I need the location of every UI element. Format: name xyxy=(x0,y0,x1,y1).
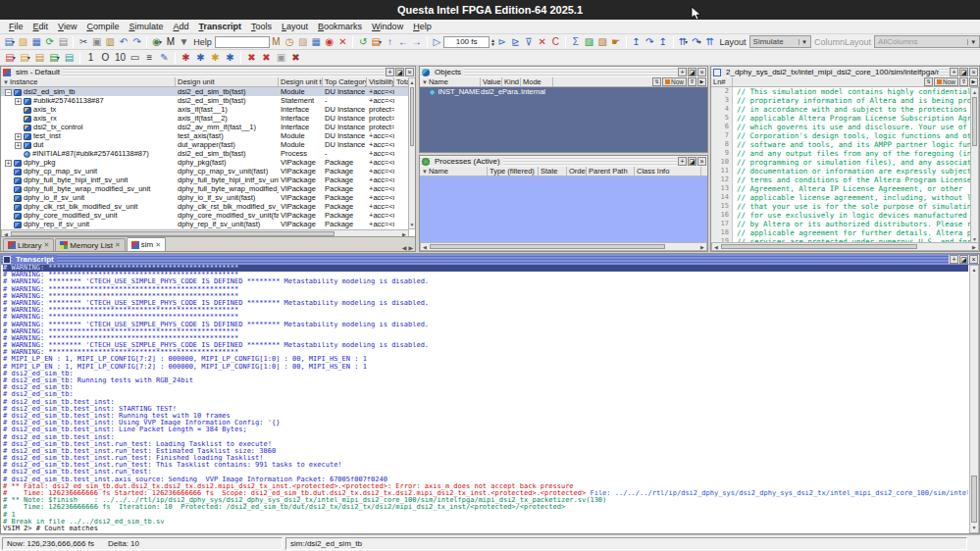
break-icon[interactable]: ✕ xyxy=(536,35,549,49)
column-header-type-filtered-[interactable]: Type (filtered) xyxy=(488,167,539,176)
add-list-icon[interactable]: ▤ xyxy=(32,51,47,65)
filter-icon[interactable]: ⊽ xyxy=(688,77,696,86)
step-out-icon[interactable]: ↥ xyxy=(656,35,670,49)
run-length-icon[interactable]: ▷ xyxy=(431,35,444,49)
sort-icon[interactable]: ▼ xyxy=(422,169,428,175)
kill-all-icon[interactable]: ▣ xyxy=(274,51,288,65)
menu-tools[interactable]: Tools xyxy=(246,21,277,32)
column-header-state[interactable]: State xyxy=(539,167,567,176)
step-down-icon[interactable]: ⇈ xyxy=(703,35,717,49)
kill-stop-icon[interactable]: ✖ xyxy=(288,51,303,65)
coverage-icon[interactable]: ▨ xyxy=(595,35,609,49)
column-header-mode[interactable]: Mode xyxy=(521,77,553,87)
dropdown-arrow-icon[interactable]: ▾ xyxy=(379,35,382,49)
radix-1-icon[interactable]: 1 xyxy=(83,51,98,65)
column-header-design-unit-type[interactable]: Design unit type xyxy=(279,77,323,87)
table-row[interactable]: −dsi2_ed_sim_tbdsi2_ed_sim_tb(fast)Modul… xyxy=(1,87,415,96)
radix-0-icon[interactable]: O xyxy=(98,51,113,65)
table-row[interactable]: dphy_clk_rst_blk_modified_sv_unitdphy_cl… xyxy=(1,202,415,211)
forward-icon[interactable]: → xyxy=(410,35,424,49)
add-wave2-icon[interactable]: ▤▾ xyxy=(18,51,32,65)
column-header-parent-path[interactable]: Parent Path xyxy=(587,167,635,176)
column-header-order[interactable]: Order xyxy=(567,167,587,176)
find-icon[interactable]: M xyxy=(164,35,178,49)
cut-icon[interactable]: ✂ xyxy=(77,35,90,49)
redo-icon[interactable]: ↷ xyxy=(130,35,144,49)
tree-expander[interactable]: + xyxy=(5,160,12,167)
gear-red-icon[interactable]: ✱ xyxy=(179,51,193,65)
tree-expander[interactable]: + xyxy=(15,142,22,149)
menu-window[interactable]: Window xyxy=(367,21,408,32)
print-icon[interactable]: ▤ xyxy=(57,35,71,49)
column-header-kind[interactable]: Kind xyxy=(502,77,521,87)
menu-add[interactable]: Add xyxy=(168,21,193,32)
save-icon[interactable]: ▦ xyxy=(29,35,43,49)
tab-memory-list[interactable]: Memory List✕ xyxy=(55,238,125,251)
dock-icon[interactable]: + xyxy=(950,255,958,264)
undock-icon[interactable]: ◪ xyxy=(959,68,968,76)
table-row[interactable]: dphy_io_if_sv_unitdphy_io_if_sv_unit(fas… xyxy=(1,193,415,202)
restart-icon[interactable]: ↺ xyxy=(356,35,370,49)
transcript-header[interactable]: Transcript + ◪ × xyxy=(1,254,979,265)
table-row[interactable]: +#ublk#257461138#87dsi2_ed_sim_tb(fast)S… xyxy=(1,96,415,105)
processes-hscrollbar[interactable]: ◀ ▶ xyxy=(420,242,707,251)
help-search-input[interactable] xyxy=(215,36,270,48)
transcript-vscrollbar[interactable]: ▲ ▼ xyxy=(969,265,979,533)
add-wave-icon[interactable]: ▤▾ xyxy=(3,51,18,65)
dropdown-arrow-icon[interactable]: ▾ xyxy=(12,35,15,49)
source-panel-header[interactable]: 2_dphy_sys_dsi2_tx/intel_mipi_dsi2_core_… xyxy=(711,67,979,77)
menu-simulate[interactable]: Simulate xyxy=(124,21,168,32)
copy-icon[interactable]: ▣ xyxy=(90,35,104,49)
chevron-down-icon[interactable]: ▼ xyxy=(967,39,976,45)
chevron-down-icon[interactable]: ▼ xyxy=(799,39,807,45)
run-all-icon[interactable]: ⊽ xyxy=(522,35,536,49)
table-row[interactable]: dphy_full_byte_hipi_intf_sv_unitdphy_ful… xyxy=(1,175,415,184)
tab-scroll-arrows[interactable]: ◀▶ xyxy=(402,244,415,251)
undock-icon[interactable]: ◪ xyxy=(688,157,696,166)
continue-run-icon[interactable]: ⊵ xyxy=(509,35,523,49)
column-header-class-info[interactable]: Class Info xyxy=(635,167,701,176)
reload-icon[interactable]: ⟳ xyxy=(43,35,57,49)
menu-help[interactable]: Help xyxy=(408,21,437,32)
close-tab-icon[interactable]: ✕ xyxy=(155,241,161,249)
table-row[interactable]: dphy_cp_map_sv_unitdphy_cp_map_sv_unit(f… xyxy=(1,167,415,175)
undock-icon[interactable]: ◪ xyxy=(688,68,696,76)
dock-icon[interactable]: + xyxy=(386,68,394,76)
dropdown-arrow-icon[interactable]: ▾ xyxy=(27,51,30,65)
tab-sim[interactable]: sim✕ xyxy=(127,237,166,251)
run-icon[interactable]: ⊳ xyxy=(495,35,509,49)
close-icon[interactable]: × xyxy=(405,68,414,76)
sort-icon[interactable]: ⇅ xyxy=(924,77,933,86)
column-header-value[interactable]: Value xyxy=(481,77,502,87)
objects-panel-header[interactable]: Objects + ◪ × xyxy=(420,67,707,77)
gear-yellow-icon[interactable]: ✱ xyxy=(208,51,223,65)
menu-transcript[interactable]: Transcript xyxy=(193,21,246,32)
new-file-icon[interactable]: ▤▾ xyxy=(3,35,17,49)
environment-icon[interactable]: ▤▾ xyxy=(370,35,384,49)
sort-icon[interactable]: ▼ xyxy=(422,79,428,85)
undo-icon[interactable]: ↶ xyxy=(117,35,130,49)
expand-icon[interactable]: ▶ xyxy=(969,77,978,86)
table-row[interactable]: +dphy_pkgdphy_pkg(fast)VlPackagePackage+… xyxy=(1,158,415,167)
table-row[interactable]: #INITIAL#87(#ublk#257461138#87)dsi2_ed_s… xyxy=(1,149,415,158)
step-up-icon[interactable]: ⇈▾ xyxy=(677,35,691,49)
processes-panel-header[interactable]: Processes (Active) + ◪ × xyxy=(420,156,707,167)
profile-icon[interactable]: ▨ xyxy=(583,35,596,49)
menu-edit[interactable]: Edit xyxy=(28,21,54,32)
edit-mode-icon[interactable]: ✎ xyxy=(157,51,172,65)
recompile-icon[interactable]: ◉▾ xyxy=(150,35,164,49)
gear-blue2-icon[interactable]: ✱ xyxy=(223,51,237,65)
close-icon[interactable]: × xyxy=(697,68,706,76)
menu-view[interactable]: View xyxy=(53,21,81,32)
tree-expander[interactable]: − xyxy=(5,89,12,96)
tab-library[interactable]: Library✕ xyxy=(3,238,54,251)
column-header-name[interactable]: ▼Name xyxy=(420,77,481,87)
step-over-icon[interactable]: ↷ xyxy=(643,35,656,49)
dock-icon[interactable]: + xyxy=(950,68,958,76)
table-row[interactable]: +dutdut_wrapper(fast)ModuleDU Instance+a… xyxy=(1,140,415,149)
table-row[interactable]: ◆INST_NAMEdsi2_e...Para...Internal xyxy=(420,87,707,97)
radix-box-icon[interactable]: ▭ xyxy=(128,51,142,65)
source-vscrollbar[interactable]: ▲ ▼ xyxy=(970,87,979,244)
column-header-name[interactable]: ▼Name xyxy=(420,167,488,176)
add-dataflow-icon[interactable]: ▤ xyxy=(62,51,77,65)
